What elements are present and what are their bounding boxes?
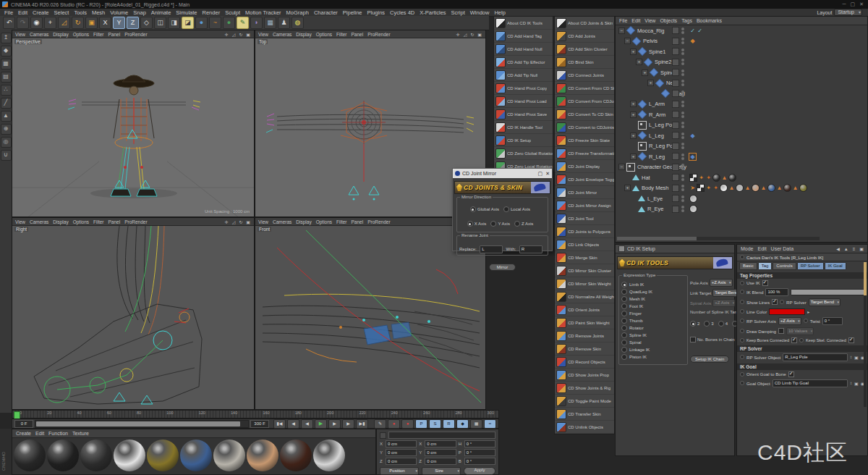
palette-item-cd-convert-to-cdjoints[interactable]: CD Convert to CDJoints <box>555 121 614 134</box>
attr-nav-icon[interactable]: ▲ <box>844 247 848 251</box>
expression-type-thumb[interactable]: Thumb <box>621 318 685 324</box>
z-axis-lock-icon[interactable]: Z <box>127 17 139 29</box>
joint-selected-tag-icon[interactable]: ◆ <box>689 154 696 160</box>
menu-pipeline[interactable]: Pipeline <box>343 9 362 16</box>
attr-nav-icon[interactable]: ◀ <box>836 246 840 251</box>
show-lines-checkbox[interactable] <box>772 299 778 305</box>
palette-item-cd-joints-to-polygons[interactable]: CD Joints to Polygons <box>555 225 614 238</box>
pan-icon[interactable]: ✛ <box>224 219 229 224</box>
menu-volume[interactable]: Volume <box>110 9 128 16</box>
visibility-dots[interactable] <box>681 164 685 170</box>
y-axis-lock-icon[interactable]: Y <box>113 17 125 29</box>
palette-item-cd-add-hand-null[interactable]: CD Add Hand Null <box>494 43 553 56</box>
visibility-dots[interactable] <box>681 185 685 191</box>
menu-motion-tracker[interactable]: Motion Tracker <box>245 9 281 16</box>
orient-goal-checkbox[interactable] <box>788 371 794 377</box>
viewport-menu-options[interactable]: Options <box>73 219 89 224</box>
vertical-scrollbar[interactable] <box>864 262 867 407</box>
tri-tag-icon[interactable]: ▲ <box>776 185 783 191</box>
key-rotation-button[interactable]: R <box>443 419 455 429</box>
timeline-ruler[interactable]: 0204060801001201401601802002202402602803… <box>12 410 499 419</box>
redo-icon[interactable]: ↷ <box>17 17 29 29</box>
viewport-canvas[interactable] <box>255 38 485 217</box>
enable-toggle[interactable] <box>672 185 679 192</box>
next-key-button[interactable]: ▶ <box>342 419 354 429</box>
x-axis-lock-icon[interactable]: X <box>99 17 111 29</box>
expand-toggle[interactable]: + <box>630 133 637 139</box>
key-presets-button[interactable]: ≈ <box>484 419 496 429</box>
material-sphere-9[interactable] <box>280 440 312 471</box>
palette-item-cd-zero-global-rotation[interactable]: CD Zero Global Rotation <box>494 147 553 160</box>
draw-damping-checkbox[interactable] <box>778 328 784 334</box>
viewport-menu-filter[interactable]: Filter <box>93 32 103 37</box>
with-input[interactable]: R <box>519 245 542 253</box>
polygons-mode-icon[interactable]: ▲ <box>1 111 12 122</box>
viewport-menu-display[interactable]: Display <box>53 32 68 37</box>
rp-solver-object-field[interactable]: R_Leg Pole <box>783 353 848 361</box>
expand-toggle[interactable]: + <box>624 185 631 191</box>
object-row-hat[interactable]: +Hat✦✦▲ <box>616 172 867 183</box>
material-sphere-1[interactable] <box>14 440 46 471</box>
enable-toggle[interactable] <box>672 206 679 213</box>
edges-mode-icon[interactable]: ╱ <box>1 98 12 109</box>
damping-select[interactable]: 10 Values <box>786 327 814 335</box>
object-row-body-mesh[interactable]: +Body Mesh➤✦✦▲▲▲▲▲ <box>616 183 867 194</box>
visibility-dots[interactable] <box>681 28 685 34</box>
om-menu-tags[interactable]: Tags <box>681 18 692 23</box>
rotate-icon[interactable]: ↻ <box>469 32 475 37</box>
viewport-menu-options[interactable]: Options <box>316 219 332 224</box>
palette-item-cd-add-tip-null[interactable]: CD Add Tip Null <box>494 69 553 82</box>
palette-item-cd-convert-to-cd-skin[interactable]: CD Convert To CD Skin <box>555 108 614 121</box>
om-menu-edit[interactable]: Edit <box>631 18 640 23</box>
palette-item-cd-freeze-skin-state[interactable]: CD Freeze Skin State <box>555 134 614 147</box>
next-frame-button[interactable]: ▶ <box>328 419 341 429</box>
attr-nav-icon[interactable]: ▣ <box>859 246 864 251</box>
joint-blue-tag-icon[interactable]: ◆ <box>689 133 696 139</box>
palette-item-cd-connect-joints[interactable]: CD Connect Joints <box>555 69 614 82</box>
light-object-icon[interactable]: ◍ <box>292 17 304 29</box>
expression-type-limb-ik[interactable]: Limb IK <box>621 282 685 287</box>
material-tag-icon[interactable] <box>783 184 791 192</box>
zoom-icon[interactable]: ◿ <box>462 32 468 37</box>
maximize-icon[interactable]: ▣ <box>245 32 251 37</box>
goal-object-field[interactable]: CD Limb Tip Goal <box>773 379 848 387</box>
scale-tool-icon[interactable]: ◿ <box>58 17 70 29</box>
goto-end-button[interactable]: ▶▮ <box>356 419 368 429</box>
tab-tag[interactable]: Tag <box>758 262 773 270</box>
palette-item-cd-show-joints-rig[interactable]: CD Show Joints & Rig <box>555 382 614 395</box>
expand-toggle[interactable]: + <box>630 154 637 160</box>
menu-mesh[interactable]: Mesh <box>92 9 105 16</box>
palette-item-cd-merge-skin[interactable]: CD Merge Skin <box>555 251 614 264</box>
visibility-dots[interactable] <box>681 133 685 139</box>
object-row-neck[interactable]: +Neck <box>616 78 867 89</box>
enable-toggle[interactable] <box>672 164 679 171</box>
expression-type-piston-ik[interactable]: Piston IK <box>621 354 685 360</box>
viewport-canvas[interactable] <box>12 226 254 410</box>
record-options-button[interactable]: ✎ <box>374 419 386 429</box>
ikhandle-tag-icon[interactable]: ◆ <box>689 38 696 44</box>
viewport-right[interactable]: ViewCamerasDisplayOptionsFilterPanelProR… <box>12 217 255 410</box>
coord-field[interactable]: 0 cm <box>425 440 456 447</box>
menu-character[interactable]: Character <box>314 9 338 16</box>
object-row-spine2[interactable]: +Spine2 <box>616 57 867 68</box>
coord-field[interactable]: 0 cm <box>386 440 417 447</box>
expression-type-quadleg-ik[interactable]: QuadLeg IK <box>621 289 685 295</box>
expression-type-spinal[interactable]: Spinal <box>621 340 685 345</box>
enable-toggle[interactable] <box>672 48 679 55</box>
coord-field[interactable]: 0 cm <box>425 449 456 456</box>
visibility-dots[interactable] <box>681 91 685 97</box>
line-color-swatch[interactable] <box>769 308 805 315</box>
visibility-dots[interactable] <box>681 70 685 76</box>
move-tool-icon[interactable]: + <box>44 17 56 29</box>
expand-toggle[interactable]: − <box>624 38 631 44</box>
viewport-menu-panel[interactable]: Panel <box>109 219 121 224</box>
dialog-maximize-icon[interactable]: ▢ <box>538 171 543 177</box>
uvw-tag-icon[interactable] <box>697 184 705 192</box>
spinal-axis-select[interactable]: +Z Axis <box>712 299 736 307</box>
viewport-menu-cameras[interactable]: Cameras <box>273 219 292 224</box>
om-menu-file[interactable]: File <box>619 18 627 23</box>
palette-item-cd-freeze-transformation[interactable]: CD Freeze Transformation <box>555 147 614 160</box>
spline-targets-2-radio[interactable]: 2 <box>690 321 699 327</box>
visibility-dots[interactable] <box>681 80 685 86</box>
visibility-dots[interactable] <box>681 38 685 44</box>
